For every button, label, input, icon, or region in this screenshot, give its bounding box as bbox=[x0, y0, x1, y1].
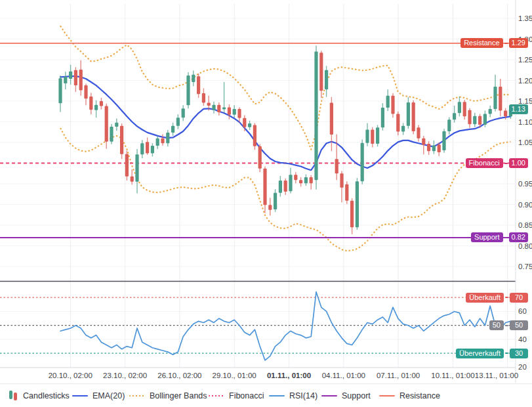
overbought-badge: Überkauft70 bbox=[466, 292, 528, 303]
price-tick-label: 0.85 bbox=[518, 221, 532, 230]
support-badge[interactable]: Support0.82 bbox=[471, 232, 528, 243]
trading-chart-widget: 1.351.301.251.201.151.101.050.950.900.85… bbox=[0, 0, 532, 407]
price-tick-label: 1.05 bbox=[518, 138, 532, 147]
overbought-badge-tick bbox=[505, 297, 508, 298]
rsi-14--line-icon bbox=[269, 395, 285, 396]
rsi-mid-badge-value: 50 bbox=[510, 320, 528, 330]
price-tick-label: 1.20 bbox=[518, 76, 532, 85]
rsi-tick-label: 40 bbox=[518, 335, 527, 344]
resistance-badge-value: 1.29 bbox=[509, 38, 528, 48]
overbought-badge-label: Überkauft bbox=[466, 293, 504, 303]
last-price-badge: 1.13 bbox=[509, 104, 528, 115]
resistance-badge-label: Resistance bbox=[460, 38, 502, 48]
support-line-icon bbox=[321, 395, 337, 396]
rsi-mid-badge-label: 50 bbox=[489, 320, 504, 330]
legend-item-bollinger-bands[interactable]: Bollinger Bands bbox=[129, 384, 207, 407]
fibonacci-dotted-icon bbox=[209, 395, 224, 396]
price-tick-label: 1.35 bbox=[518, 14, 532, 23]
overbought-badge-value: 70 bbox=[510, 293, 528, 303]
support-badge-tick bbox=[504, 237, 508, 238]
fibonacci-badge-value: 1.00 bbox=[509, 158, 528, 168]
legend-item-resistance[interactable]: Resistance bbox=[379, 384, 440, 407]
time-tick-label: 13.11., 01:00 bbox=[460, 371, 532, 380]
legend-item-candlesticks[interactable]: Candlesticks bbox=[9, 384, 70, 407]
legend-label: Candlesticks bbox=[23, 391, 70, 400]
up-candle-glyph bbox=[9, 391, 12, 399]
legend-label: RSI(14) bbox=[289, 391, 317, 400]
legend-label: Bollinger Bands bbox=[150, 391, 207, 400]
down-candle-glyph bbox=[14, 393, 17, 400]
candlesticks-icon bbox=[9, 390, 18, 401]
support-badge-label: Support bbox=[471, 232, 503, 242]
resistance-badge-tick bbox=[504, 43, 508, 44]
price-tick-label: 1.25 bbox=[518, 55, 532, 64]
legend-label: Resistance bbox=[399, 391, 440, 400]
oversold-badge-tick bbox=[505, 353, 508, 354]
bollinger-bands-dotted-icon bbox=[129, 395, 145, 396]
legend: CandlesticksEMA(20)Bollinger BandsFibona… bbox=[0, 383, 532, 407]
legend-label: Support bbox=[342, 391, 371, 400]
resistance-badge[interactable]: Resistance1.29 bbox=[460, 38, 528, 49]
rsi-tick-label: 60 bbox=[518, 307, 527, 316]
resistance-line-icon bbox=[379, 395, 395, 396]
legend-label: EMA(20) bbox=[92, 391, 125, 400]
rsi-mid-badge-tick bbox=[505, 325, 508, 326]
legend-item-rsi-14-[interactable]: RSI(14) bbox=[269, 384, 317, 407]
fibonacci-badge-label: Fibonacci bbox=[466, 158, 503, 168]
legend-label: Fibonacci bbox=[229, 391, 264, 400]
support-badge-value: 0.82 bbox=[509, 232, 528, 242]
fibonacci-badge-tick bbox=[504, 163, 508, 164]
legend-item-support[interactable]: Support bbox=[321, 384, 371, 407]
ema-20--line-icon bbox=[72, 395, 88, 396]
price-tick-label: 0.75 bbox=[518, 262, 532, 271]
price-tick-label: 1.10 bbox=[518, 118, 532, 127]
price-tick-label: 0.95 bbox=[518, 179, 532, 188]
fibonacci-badge[interactable]: Fibonacci1.00 bbox=[466, 158, 529, 169]
last-price-badge-value: 1.13 bbox=[509, 104, 528, 114]
legend-item-ema-20-[interactable]: EMA(20) bbox=[72, 384, 125, 407]
rsi-mid-badge: 5050 bbox=[489, 320, 528, 331]
oversold-badge-label: Überverkauft bbox=[456, 349, 504, 358]
oversold-badge: Überverkauft30 bbox=[456, 348, 528, 358]
legend-item-fibonacci[interactable]: Fibonacci bbox=[209, 384, 264, 407]
oversold-badge-value: 30 bbox=[510, 349, 528, 358]
chart-canvas[interactable] bbox=[0, 0, 532, 383]
price-tick-label: 0.90 bbox=[518, 200, 532, 209]
